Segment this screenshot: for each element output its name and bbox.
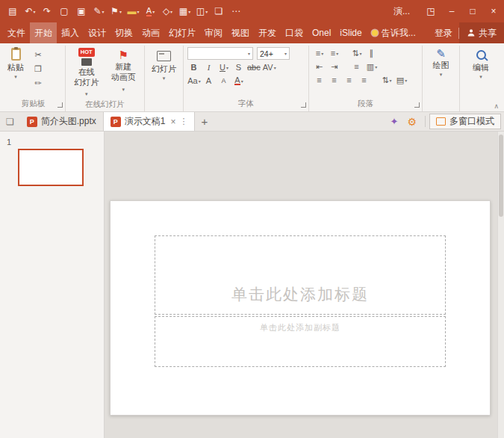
flag-icon[interactable]: ⚑▾ xyxy=(108,1,125,21)
copy-button[interactable]: ❐ xyxy=(31,63,45,75)
title-placeholder[interactable]: 单击此处添加标题 xyxy=(155,235,446,315)
tab-slideshow[interactable]: 幻灯片 xyxy=(164,22,200,43)
slide-thumbnail[interactable] xyxy=(18,149,84,186)
align-center-button[interactable]: ≡ xyxy=(328,74,341,86)
text-shadow-button[interactable]: S xyxy=(232,61,246,73)
online-slides-button[interactable]: HOT 在线 幻灯片 ▾ xyxy=(69,46,104,99)
save-icon[interactable]: ▤ xyxy=(4,1,22,21)
new-tab-button[interactable]: + xyxy=(195,112,214,131)
font-color-icon[interactable]: A▾ xyxy=(142,1,159,21)
shapes-icon[interactable]: ◇▾ xyxy=(159,1,176,21)
vertical-scrollbar[interactable] xyxy=(497,132,504,438)
paragraph-dialog-launcher-icon[interactable] xyxy=(414,102,420,108)
tab-developer[interactable]: 开发 xyxy=(254,22,281,43)
table-icon[interactable]: ▦▾ xyxy=(176,1,193,21)
align-right-button[interactable]: ≡ xyxy=(343,74,356,86)
pencil-icon[interactable]: ✎▾ xyxy=(90,1,108,21)
new-slide-dropdown-icon[interactable]: ▾ xyxy=(163,75,166,81)
columns-button[interactable]: ▥▾ xyxy=(365,61,379,73)
tab-home[interactable]: 开始 xyxy=(30,22,57,43)
new-presentation-icon[interactable]: ▢ xyxy=(56,1,73,21)
tell-me-label: 告诉我... xyxy=(382,27,416,40)
new-animation-page-button[interactable]: ⚑ 新建 动画页 ▾ xyxy=(107,46,141,99)
subtitle-placeholder-text: 单击此处添加副标题 xyxy=(260,322,340,333)
character-spacing-button[interactable]: AV▾ xyxy=(263,61,276,73)
editing-button[interactable]: 编辑 ▾ xyxy=(470,46,491,111)
line-spacing-button[interactable]: ⇅▾ xyxy=(350,47,364,59)
tab-islide[interactable]: iSlide xyxy=(335,22,366,43)
redo-icon[interactable]: ↷ xyxy=(39,1,56,21)
tab-insert[interactable]: 插入 xyxy=(57,22,84,43)
settings-gear-icon[interactable]: ⚙ xyxy=(402,112,421,131)
qat-more-icon[interactable]: ⋯ xyxy=(228,1,245,21)
shrink-font-button[interactable]: A xyxy=(217,75,231,87)
bold-button[interactable]: B xyxy=(187,61,201,73)
align-text-button[interactable]: ⇅▾ xyxy=(380,74,393,86)
document-switch-icon[interactable]: ❏ xyxy=(0,112,20,131)
close-tab-icon[interactable]: × xyxy=(170,117,175,127)
new-slide-button[interactable]: 幻灯片 ▾ xyxy=(149,46,178,111)
paste-dropdown-icon[interactable]: ▾ xyxy=(14,73,17,80)
font-dialog-launcher-icon[interactable] xyxy=(301,102,306,108)
subtitle-placeholder[interactable]: 单击此处添加副标题 xyxy=(155,316,446,367)
open-icon[interactable]: ▣ xyxy=(73,1,90,21)
paste-label: 粘贴 xyxy=(7,62,24,73)
tab-view[interactable]: 视图 xyxy=(227,22,254,43)
tab-file[interactable]: 文件 xyxy=(3,22,30,43)
font-name-combo[interactable]: ▾ xyxy=(187,47,253,60)
font-size-combo[interactable]: 24+▾ xyxy=(257,47,290,60)
fill-color-icon[interactable]: ▬▾ xyxy=(125,1,142,21)
tab-review[interactable]: 审阅 xyxy=(200,22,227,43)
clipboard-dialog-launcher-icon[interactable] xyxy=(57,102,63,108)
picture-icon[interactable]: ◫▾ xyxy=(193,1,211,21)
align-left-button[interactable]: ≡ xyxy=(313,74,326,86)
minimize-button[interactable]: – xyxy=(441,0,462,22)
tab-transitions[interactable]: 切换 xyxy=(111,22,137,43)
underline-button[interactable]: U▾ xyxy=(217,61,231,73)
bullets-button[interactable]: ≡▾ xyxy=(313,47,326,59)
tab-onel[interactable]: Onel xyxy=(308,22,335,43)
cut-button[interactable]: ✂ xyxy=(31,49,45,61)
tab-animations[interactable]: 动画 xyxy=(137,22,164,43)
drawing-button[interactable]: ✎ 绘图 ▾ xyxy=(431,46,452,111)
justify-button[interactable]: ≡ xyxy=(358,74,371,86)
tab-menu-icon[interactable]: ⋮ xyxy=(179,117,187,126)
numbering-button[interactable]: ≡▾ xyxy=(328,47,341,59)
window-title: 演... xyxy=(393,5,410,18)
doc-tab-inactive[interactable]: P 简介头图.pptx xyxy=(20,112,103,131)
paste-button[interactable]: 粘贴 ▾ xyxy=(5,46,26,98)
italic-button[interactable]: I xyxy=(202,61,216,73)
undo-icon[interactable]: ↶▾ xyxy=(22,1,39,21)
format-painter-button[interactable]: ✏ xyxy=(31,77,45,89)
slide-canvas[interactable]: 单击此处添加标题 单击此处添加副标题 xyxy=(110,200,491,416)
share-button[interactable]: 共享 xyxy=(459,22,504,43)
scrollbar-thumb[interactable] xyxy=(499,135,503,217)
hot-badge: HOT xyxy=(78,48,95,57)
close-button[interactable]: × xyxy=(483,0,504,22)
change-case-button[interactable]: Aa▾ xyxy=(187,75,201,87)
full-screen-icon[interactable]: ◳ xyxy=(420,0,441,22)
text-direction-button[interactable]: ∥ xyxy=(365,47,379,59)
brush-tool-icon[interactable]: ✦ xyxy=(386,112,403,131)
tab-design[interactable]: 设计 xyxy=(84,22,111,43)
doc-tab-active[interactable]: P 演示文稿1 × ⋮ xyxy=(103,112,196,131)
window-icon[interactable]: ❏ xyxy=(211,1,228,21)
multi-window-mode-button[interactable]: 多窗口模式 xyxy=(429,114,501,129)
editing-dropdown-icon[interactable]: ▾ xyxy=(479,73,482,80)
convert-smartart-button[interactable]: ▤▾ xyxy=(395,74,408,86)
sign-in-button[interactable]: 登录 xyxy=(429,27,458,40)
tell-me-box[interactable]: 告诉我... xyxy=(367,27,421,40)
multi-window-label: 多窗口模式 xyxy=(449,115,494,128)
font-color-button[interactable]: A▾ xyxy=(232,75,246,87)
tab-pocket[interactable]: 口袋 xyxy=(281,22,308,43)
strikethrough-button[interactable]: abc xyxy=(247,61,261,73)
drawing-dropdown-icon[interactable]: ▾ xyxy=(440,71,443,78)
increase-indent-button[interactable]: ⇥ xyxy=(328,61,341,73)
text-align-list-button[interactable]: ≡ xyxy=(350,61,364,73)
clipboard-mini-buttons: ✂ ❐ ✏ xyxy=(31,46,45,98)
collapse-ribbon-icon[interactable]: ∧ xyxy=(494,102,499,110)
online-slides-group: HOT 在线 幻灯片 ▾ ⚑ 新建 动画页 ▾ 在线幻灯片 xyxy=(66,46,145,111)
maximize-button[interactable]: □ xyxy=(462,0,483,22)
grow-font-button[interactable]: A xyxy=(202,75,216,87)
decrease-indent-button[interactable]: ⇤ xyxy=(313,61,326,73)
